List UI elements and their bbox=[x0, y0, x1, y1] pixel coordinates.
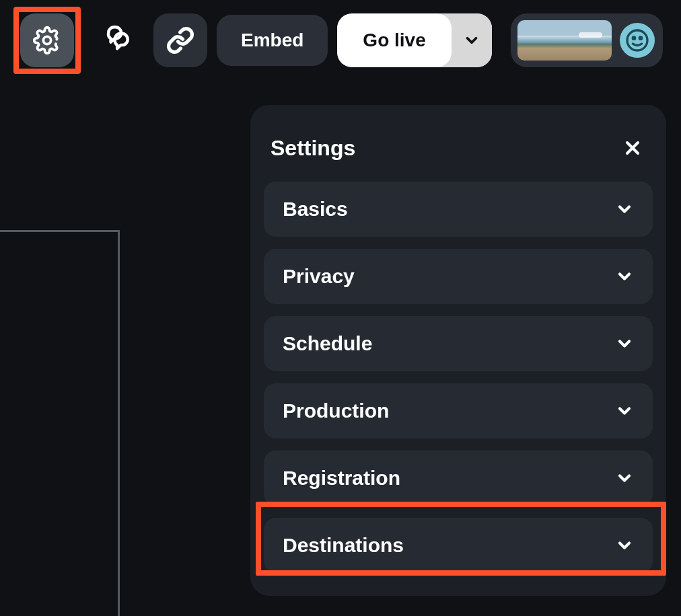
chevron-down-icon bbox=[615, 401, 634, 420]
settings-item-destinations[interactable]: Destinations bbox=[264, 518, 653, 573]
settings-item-production[interactable]: Production bbox=[264, 383, 653, 438]
chevron-down-icon bbox=[463, 32, 480, 49]
user-pill[interactable] bbox=[511, 13, 663, 67]
golive-button[interactable]: Go live bbox=[337, 13, 451, 67]
settings-panel: Settings Basics Privacy bbox=[250, 105, 666, 596]
svg-point-0 bbox=[43, 36, 50, 44]
golive-dropdown[interactable] bbox=[452, 13, 492, 67]
chevron-down-icon bbox=[615, 267, 634, 286]
close-button[interactable] bbox=[619, 134, 646, 161]
chevron-down-icon bbox=[615, 200, 634, 219]
settings-header: Settings bbox=[264, 125, 653, 182]
settings-button[interactable] bbox=[20, 13, 74, 67]
settings-item-label: Privacy bbox=[283, 265, 355, 288]
chevron-down-icon bbox=[615, 469, 634, 488]
settings-icon-highlight bbox=[13, 7, 81, 74]
chat-button[interactable] bbox=[90, 13, 144, 67]
settings-list: Basics Privacy Schedule bbox=[264, 182, 653, 573]
chat-icon bbox=[102, 25, 133, 56]
golive-group: Go live bbox=[337, 13, 491, 67]
settings-item-basics[interactable]: Basics bbox=[264, 182, 653, 237]
avatar bbox=[620, 23, 655, 58]
settings-title: Settings bbox=[271, 136, 355, 161]
settings-item-schedule[interactable]: Schedule bbox=[264, 316, 653, 371]
settings-item-label: Basics bbox=[283, 198, 348, 221]
left-panel-stub bbox=[0, 230, 120, 616]
settings-item-label: Schedule bbox=[283, 332, 372, 355]
svg-point-2 bbox=[633, 37, 635, 39]
settings-item-privacy[interactable]: Privacy bbox=[264, 249, 653, 304]
settings-item-label: Destinations bbox=[283, 534, 404, 557]
svg-point-1 bbox=[627, 30, 647, 50]
link-icon bbox=[166, 26, 194, 54]
settings-item-label: Production bbox=[283, 399, 389, 422]
embed-button[interactable]: Embed bbox=[217, 15, 328, 66]
link-button[interactable] bbox=[153, 13, 207, 67]
close-icon bbox=[622, 137, 643, 159]
chevron-down-icon bbox=[615, 536, 634, 555]
golive-label: Go live bbox=[363, 30, 425, 51]
chevron-down-icon bbox=[615, 334, 634, 353]
settings-item-label: Registration bbox=[283, 467, 400, 490]
embed-label: Embed bbox=[241, 30, 303, 51]
stream-thumbnail bbox=[517, 20, 612, 61]
svg-point-3 bbox=[639, 37, 641, 39]
smiley-icon bbox=[624, 27, 651, 54]
topbar: Embed Go live bbox=[0, 0, 681, 81]
settings-item-registration[interactable]: Registration bbox=[264, 451, 653, 506]
gear-icon bbox=[33, 26, 61, 54]
